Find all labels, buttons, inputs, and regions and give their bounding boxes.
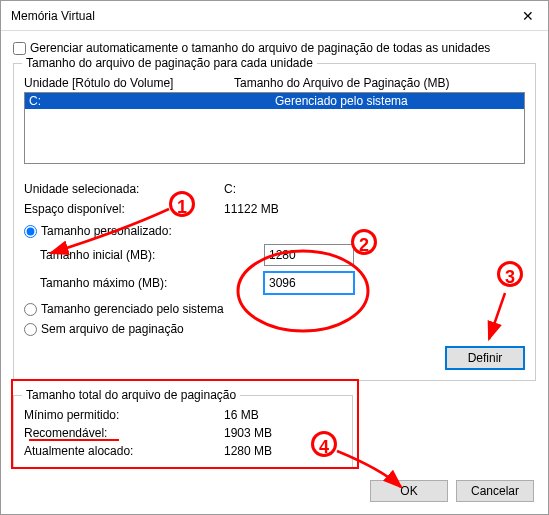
cur-value: 1280 MB <box>224 444 272 458</box>
custom-size-radio[interactable] <box>24 225 37 238</box>
space-value: 11122 MB <box>224 202 279 216</box>
space-label: Espaço disponível: <box>24 202 224 216</box>
drive-listbox[interactable]: C: Gerenciado pelo sistema <box>24 92 525 164</box>
min-label: Mínimo permitido: <box>24 408 224 422</box>
system-managed-row[interactable]: Tamanho gerenciado pelo sistema <box>24 302 525 316</box>
totals-legend: Tamanho total do arquivo de paginação <box>22 388 240 402</box>
initial-size-input[interactable] <box>264 244 354 266</box>
footer-buttons: OK Cancelar <box>370 480 534 502</box>
max-size-input[interactable] <box>264 272 354 294</box>
cur-label: Atualmente alocado: <box>24 444 224 458</box>
drive-legend: Tamanho do arquivo de paginação para cad… <box>22 56 317 70</box>
window-title: Memória Virtual <box>11 9 95 23</box>
drive-col-header-1: Unidade [Rótulo do Volume] <box>24 76 234 90</box>
auto-manage-checkbox[interactable] <box>13 42 26 55</box>
set-button[interactable]: Definir <box>446 347 524 369</box>
max-size-label: Tamanho máximo (MB): <box>40 276 264 290</box>
auto-manage-row[interactable]: Gerenciar automaticamente o tamanho do a… <box>13 41 536 55</box>
space-row: Espaço disponível: 11122 MB <box>24 202 525 216</box>
no-file-row[interactable]: Sem arquivo de paginação <box>24 322 525 336</box>
drive-letter: C: <box>25 93 235 109</box>
titlebar: Memória Virtual ✕ <box>1 1 548 31</box>
system-managed-radio[interactable] <box>24 303 37 316</box>
selected-drive-row: Unidade selecionada: C: <box>24 182 525 196</box>
drive-columns: Unidade [Rótulo do Volume] Tamanho do Ar… <box>24 76 525 90</box>
cancel-button[interactable]: Cancelar <box>456 480 534 502</box>
rec-label: Recomendável: <box>24 426 224 440</box>
drive-status: Gerenciado pelo sistema <box>235 93 524 109</box>
max-size-row: Tamanho máximo (MB): <box>24 272 525 294</box>
system-managed-label: Tamanho gerenciado pelo sistema <box>41 302 224 316</box>
rec-row: Recomendável: 1903 MB <box>24 426 342 440</box>
close-button[interactable]: ✕ <box>508 1 548 31</box>
no-file-radio[interactable] <box>24 323 37 336</box>
no-file-label: Sem arquivo de paginação <box>41 322 184 336</box>
initial-size-row: Tamanho inicial (MB): <box>24 244 525 266</box>
drive-col-header-2: Tamanho do Arquivo de Paginação (MB) <box>234 76 449 90</box>
selected-drive-value: C: <box>224 182 236 196</box>
drive-fieldset: Tamanho do arquivo de paginação para cad… <box>13 63 536 381</box>
auto-manage-label: Gerenciar automaticamente o tamanho do a… <box>30 41 490 55</box>
min-value: 16 MB <box>224 408 259 422</box>
cur-row: Atualmente alocado: 1280 MB <box>24 444 342 458</box>
initial-size-label: Tamanho inicial (MB): <box>40 248 264 262</box>
custom-size-row[interactable]: Tamanho personalizado: <box>24 224 525 238</box>
ok-button[interactable]: OK <box>370 480 448 502</box>
drive-list-item[interactable]: C: Gerenciado pelo sistema <box>25 93 524 109</box>
selected-drive-label: Unidade selecionada: <box>24 182 224 196</box>
min-row: Mínimo permitido: 16 MB <box>24 408 342 422</box>
totals-fieldset: Tamanho total do arquivo de paginação Mí… <box>13 395 353 469</box>
custom-size-label: Tamanho personalizado: <box>41 224 172 238</box>
rec-value: 1903 MB <box>224 426 272 440</box>
